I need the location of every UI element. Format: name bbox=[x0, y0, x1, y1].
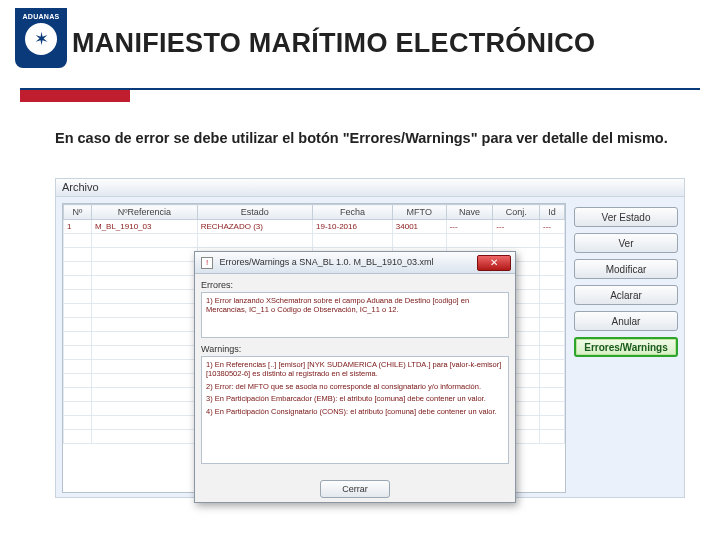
ver-button[interactable]: Ver bbox=[574, 233, 678, 253]
close-icon: ✕ bbox=[490, 257, 498, 268]
menu-archivo[interactable]: Archivo bbox=[62, 181, 99, 193]
dialog-titlebar[interactable]: ! Errores/Warnings a SNA_BL 1.0. M_BL_19… bbox=[195, 252, 515, 274]
table-row[interactable]: 1 M_BL_1910_03 RECHAZADO (3) 19-10-2016 … bbox=[64, 220, 565, 234]
logo-star-icon: ✶ bbox=[25, 23, 57, 55]
title-underline bbox=[20, 88, 700, 102]
cell-nave: --- bbox=[446, 220, 493, 234]
anular-button[interactable]: Anular bbox=[574, 311, 678, 331]
aduanas-logo: ADUANAS ✶ bbox=[15, 8, 67, 68]
error-item: 1) Error lanzando XSchematron sobre el c… bbox=[206, 296, 504, 315]
table-row: . bbox=[64, 234, 565, 248]
warning-item: 1) En Referencias [..] [emisor] [NYK SUD… bbox=[206, 360, 504, 379]
warning-item: 3) En Participación Embarcador (EMB): el… bbox=[206, 394, 504, 403]
slide-caption: En caso de error se debe utilizar el bot… bbox=[55, 128, 680, 148]
warning-item: 2) Error: del MFTO que se asocia no corr… bbox=[206, 382, 504, 391]
warnings-label: Warnings: bbox=[201, 344, 509, 354]
app-window: Archivo Nº NºReferencia Estado Fecha MFT… bbox=[55, 178, 685, 498]
cell-n: 1 bbox=[64, 220, 92, 234]
warning-item: 4) En Participación Consignatario (CONS)… bbox=[206, 407, 504, 416]
errores-panel[interactable]: 1) Error lanzando XSchematron sobre el c… bbox=[201, 292, 509, 338]
action-sidebar: Ver Estado Ver Modificar Aclarar Anular … bbox=[574, 207, 678, 357]
cell-estado: RECHAZADO (3) bbox=[197, 220, 312, 234]
col-n[interactable]: Nº bbox=[64, 205, 92, 220]
col-ref[interactable]: NºReferencia bbox=[91, 205, 197, 220]
table-header-row: Nº NºReferencia Estado Fecha MFTO Nave C… bbox=[64, 205, 565, 220]
modificar-button[interactable]: Modificar bbox=[574, 259, 678, 279]
cell-id: --- bbox=[539, 220, 564, 234]
errores-label: Errores: bbox=[201, 280, 509, 290]
dialog-icon: ! bbox=[201, 257, 213, 269]
dialog-title: Errores/Warnings a SNA_BL 1.0. M_BL_1910… bbox=[220, 257, 434, 267]
errores-warnings-button[interactable]: Errores/Warnings bbox=[574, 337, 678, 357]
slide-title: MANIFIESTO MARÍTIMO ELECTRÓNICO bbox=[72, 28, 595, 59]
cell-fecha: 19-10-2016 bbox=[313, 220, 393, 234]
aclarar-button[interactable]: Aclarar bbox=[574, 285, 678, 305]
errores-warnings-dialog: ! Errores/Warnings a SNA_BL 1.0. M_BL_19… bbox=[194, 251, 516, 503]
dialog-cerrar-button[interactable]: Cerrar bbox=[320, 480, 390, 498]
cell-ref: M_BL_1910_03 bbox=[91, 220, 197, 234]
col-conj[interactable]: Conj. bbox=[493, 205, 540, 220]
warnings-panel[interactable]: 1) En Referencias [..] [emisor] [NYK SUD… bbox=[201, 356, 509, 464]
col-id[interactable]: Id bbox=[539, 205, 564, 220]
cell-conj: --- bbox=[493, 220, 540, 234]
dialog-close-button[interactable]: ✕ bbox=[477, 255, 511, 271]
col-mfto[interactable]: MFTO bbox=[392, 205, 446, 220]
logo-text: ADUANAS bbox=[22, 13, 59, 20]
cell-mfto: 34001 bbox=[392, 220, 446, 234]
menubar: Archivo bbox=[56, 179, 684, 197]
col-estado[interactable]: Estado bbox=[197, 205, 312, 220]
col-nave[interactable]: Nave bbox=[446, 205, 493, 220]
ver-estado-button[interactable]: Ver Estado bbox=[574, 207, 678, 227]
col-fecha[interactable]: Fecha bbox=[313, 205, 393, 220]
